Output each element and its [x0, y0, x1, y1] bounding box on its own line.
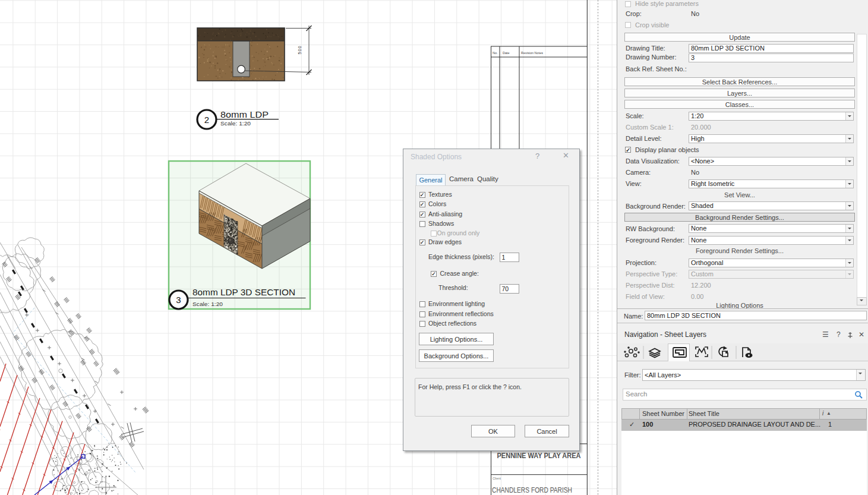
svg-text:500: 500 [297, 46, 302, 55]
svg-text:PENNINE WAY PLAY AREA: PENNINE WAY PLAY AREA [497, 452, 581, 460]
svg-text:3: 3 [176, 295, 181, 305]
svg-text:Revision Notes: Revision Notes [521, 51, 543, 55]
svg-text:Scale: 1:20: Scale: 1:20 [220, 121, 251, 127]
svg-text:Client: Client [493, 477, 501, 480]
svg-text:No.: No. [493, 51, 498, 55]
svg-text:8omm LDP: 8omm LDP [220, 109, 269, 119]
svg-text:Date: Date [503, 51, 510, 55]
svg-text:Scale: 1:20: Scale: 1:20 [192, 301, 223, 307]
svg-text:8omm LDP 3D SECTION: 8omm LDP 3D SECTION [192, 287, 295, 297]
svg-text:2: 2 [204, 115, 209, 125]
svg-text:CHANDLERS FORD PARISH: CHANDLERS FORD PARISH [492, 486, 572, 494]
